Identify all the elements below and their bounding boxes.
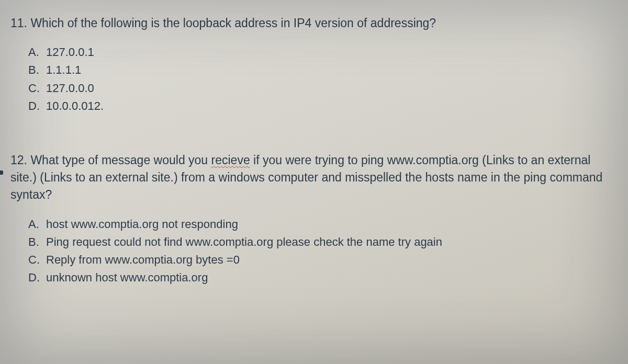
option-letter: A. xyxy=(28,215,46,233)
option-text: unknown host www.comptia.org xyxy=(46,269,208,287)
question-11: 11. Which of the following is the loopba… xyxy=(10,15,612,115)
option-11-a: A. 127.0.0.1 xyxy=(28,43,612,61)
option-letter: C. xyxy=(28,79,46,97)
option-text: Reply from www.comptia.org bytes =0 xyxy=(46,251,240,269)
option-letter: B. xyxy=(28,233,46,251)
question-11-number: 11. xyxy=(10,16,27,30)
option-11-b: B. 1.1.1.1 xyxy=(28,61,612,79)
option-12-a: A. host www.comptia.org not responding xyxy=(28,215,612,233)
option-text: 1.1.1.1 xyxy=(46,61,81,79)
question-12-text-pre: What type of message would you xyxy=(30,153,211,167)
option-12-c: C. Reply from www.comptia.org bytes =0 xyxy=(28,251,612,269)
question-12: 12. What type of message would you recie… xyxy=(10,152,612,287)
option-11-c: C. 127.0.0.0 xyxy=(28,79,612,97)
option-text: host www.comptia.org not responding xyxy=(46,215,238,233)
option-letter: A. xyxy=(28,43,46,61)
misspelled-word: recieve xyxy=(211,153,250,167)
edge-artifact xyxy=(0,170,3,175)
option-11-d: D. 10.0.0.012. xyxy=(28,97,612,115)
option-text: 10.0.0.012. xyxy=(46,97,104,115)
option-letter: D. xyxy=(28,97,46,115)
question-11-options: A. 127.0.0.1 B. 1.1.1.1 C. 127.0.0.0 D. … xyxy=(28,43,612,115)
option-12-b: B. Ping request could not find www.compt… xyxy=(28,233,612,251)
option-letter: D. xyxy=(28,269,46,287)
option-text: Ping request could not find www.comptia.… xyxy=(46,233,442,251)
question-12-prompt: 12. What type of message would you recie… xyxy=(10,152,612,204)
question-11-prompt: 11. Which of the following is the loopba… xyxy=(10,15,612,32)
question-11-text: Which of the following is the loopback a… xyxy=(30,16,436,30)
option-letter: C. xyxy=(28,251,46,269)
option-12-d: D. unknown host www.comptia.org xyxy=(28,269,612,287)
question-12-options: A. host www.comptia.org not responding B… xyxy=(28,215,612,287)
option-text: 127.0.0.1 xyxy=(46,43,94,61)
question-12-number: 12. xyxy=(10,153,27,167)
option-text: 127.0.0.0 xyxy=(46,79,94,97)
option-letter: B. xyxy=(28,61,46,79)
